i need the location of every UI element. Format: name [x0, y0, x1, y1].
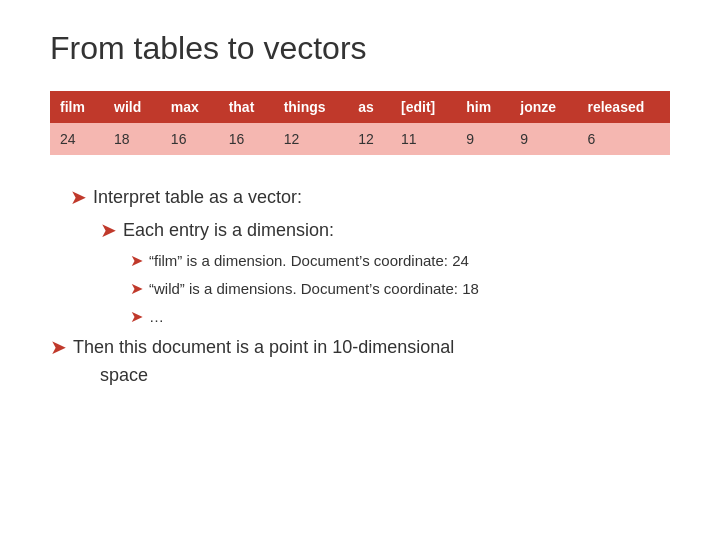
bullet-icon-6: ➤ [50, 333, 67, 361]
slide: From tables to vectors filmwildmaxthatth… [0, 0, 720, 540]
table-header-cell: that [219, 91, 274, 123]
space-text: space [100, 365, 148, 385]
bullet-icon-3: ➤ [130, 249, 143, 273]
ellipsis-line: ➤ … [130, 305, 670, 329]
then-line: ➤ Then this document is a point in 10-di… [50, 333, 670, 391]
table-data-cell: 9 [510, 123, 577, 155]
table-header-cell: jonze [510, 91, 577, 123]
table-data-row: 24181616121211996 [50, 123, 670, 155]
table-header-cell: released [577, 91, 670, 123]
table-data-cell: 11 [391, 123, 456, 155]
table-data-cell: 18 [104, 123, 161, 155]
bullet-icon-2: ➤ [100, 216, 117, 244]
interpret-line: ➤ Interpret table as a vector: [70, 183, 670, 212]
each-line: ➤ Each entry is a dimension: [100, 216, 670, 245]
table-data-cell: 12 [274, 123, 349, 155]
film-dim-line: ➤ “film” is a dimension. Document’s coor… [130, 249, 670, 273]
table-header-cell: max [161, 91, 219, 123]
content-section: ➤ Interpret table as a vector: ➤ Each en… [50, 183, 670, 390]
table-data-cell: 24 [50, 123, 104, 155]
then-text: Then this document is a point in 10-dime… [73, 337, 454, 357]
wild-dim-text: “wild” is a dimensions. Document’s coord… [149, 277, 479, 301]
data-table: filmwildmaxthatthingsas[edit]himjonzerel… [50, 91, 670, 155]
table-header-cell: [edit] [391, 91, 456, 123]
table-header-cell: as [348, 91, 391, 123]
table-data-cell: 9 [456, 123, 510, 155]
table-data-cell: 16 [219, 123, 274, 155]
table-header-cell: things [274, 91, 349, 123]
ellipsis-text: … [149, 305, 164, 329]
interpret-text: Interpret table as a vector: [93, 183, 302, 212]
table-header-cell: him [456, 91, 510, 123]
table-data-cell: 6 [577, 123, 670, 155]
each-text: Each entry is a dimension: [123, 216, 334, 245]
table-data-cell: 12 [348, 123, 391, 155]
bullet-icon-4: ➤ [130, 277, 143, 301]
film-dim-text: “film” is a dimension. Document’s coordi… [149, 249, 469, 273]
table-header-cell: wild [104, 91, 161, 123]
table-header-cell: film [50, 91, 104, 123]
bullet-icon-5: ➤ [130, 305, 143, 329]
slide-title: From tables to vectors [50, 30, 670, 67]
table-data-cell: 16 [161, 123, 219, 155]
wild-dim-line: ➤ “wild” is a dimensions. Document’s coo… [130, 277, 670, 301]
table-header-row: filmwildmaxthatthingsas[edit]himjonzerel… [50, 91, 670, 123]
bullet-icon-1: ➤ [70, 183, 87, 211]
